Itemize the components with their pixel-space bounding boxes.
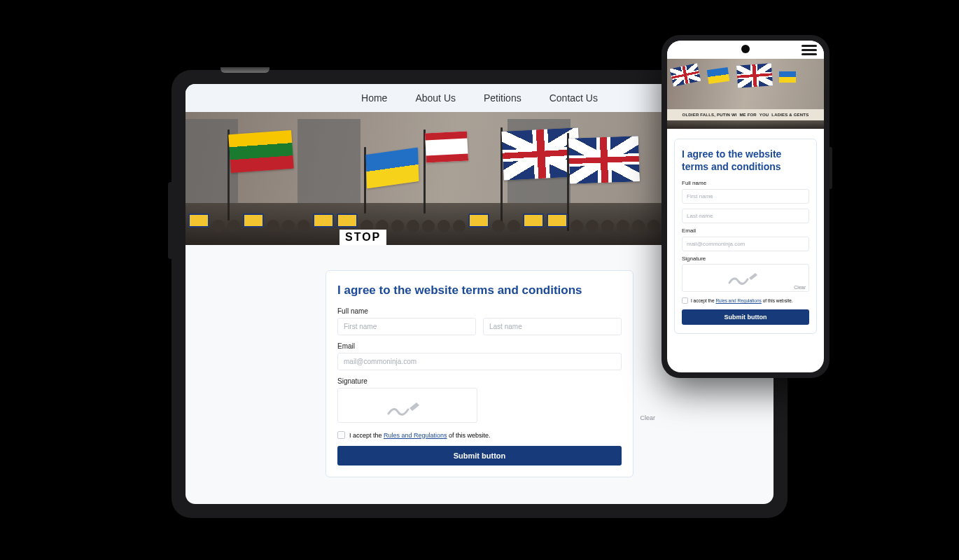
phone-device: OLDIER FALLS, PUTIN WI ME FOR YOU LADIES… bbox=[662, 35, 830, 378]
email-label: Email bbox=[682, 227, 809, 234]
accept-terms-row: I accept the Rules and Regulations of th… bbox=[682, 298, 809, 304]
form-title: I agree to the website terms and conditi… bbox=[337, 284, 622, 298]
flag-uk-icon bbox=[670, 63, 701, 87]
nav-home[interactable]: Home bbox=[361, 92, 387, 104]
protest-banner-text: OLDIER FALLS, PUTIN WI ME FOR YOU LADIES… bbox=[667, 109, 824, 120]
signature-clear-link[interactable]: Clear bbox=[640, 414, 655, 421]
first-name-input[interactable] bbox=[337, 318, 476, 335]
signature-squiggle-icon bbox=[728, 272, 763, 287]
building-window bbox=[298, 119, 360, 203]
hamburger-menu-icon[interactable] bbox=[802, 45, 817, 55]
tablet-side-button bbox=[168, 182, 172, 259]
signature-pad[interactable] bbox=[337, 388, 477, 423]
tablet-top-button bbox=[220, 67, 270, 73]
accept-terms-checkbox[interactable] bbox=[682, 298, 688, 304]
flag-uk-icon bbox=[736, 63, 773, 88]
hero-banner-mobile: OLDIER FALLS, PUTIN WI ME FOR YOU LADIES… bbox=[667, 59, 824, 129]
signature-clear-link[interactable]: Clear bbox=[794, 285, 806, 290]
fullname-label: Full name bbox=[337, 307, 622, 315]
terms-form-card: I agree to the website terms and conditi… bbox=[326, 270, 634, 477]
signature-label: Signature bbox=[337, 377, 622, 385]
submit-button[interactable]: Submit button bbox=[337, 446, 622, 465]
signature-squiggle-icon bbox=[387, 401, 426, 418]
flag-ukraine-icon bbox=[779, 71, 796, 83]
rules-link[interactable]: Rules and Regulations bbox=[384, 432, 447, 439]
submit-button[interactable]: Submit button bbox=[682, 309, 809, 325]
email-label: Email bbox=[337, 342, 622, 350]
stop-sign: STOP bbox=[340, 230, 386, 245]
protest-crowd bbox=[667, 120, 824, 129]
nav-contact[interactable]: Contact Us bbox=[550, 92, 598, 104]
first-name-input[interactable] bbox=[682, 189, 809, 204]
nav-petitions[interactable]: Petitions bbox=[484, 92, 522, 104]
terms-form-card-mobile: I agree to the website terms and conditi… bbox=[674, 139, 817, 334]
email-input[interactable] bbox=[682, 237, 809, 251]
email-input[interactable] bbox=[337, 353, 622, 370]
last-name-input[interactable] bbox=[682, 209, 809, 223]
accept-terms-text: I accept the Rules and Regulations of th… bbox=[691, 298, 793, 303]
accept-terms-row: I accept the Rules and Regulations of th… bbox=[337, 431, 622, 439]
fullname-label: Full name bbox=[682, 180, 809, 186]
signature-pad[interactable]: Clear bbox=[682, 264, 809, 292]
form-title: I agree to the website terms and conditi… bbox=[682, 148, 809, 173]
phone-camera-icon bbox=[741, 45, 750, 53]
phone-screen: OLDIER FALLS, PUTIN WI ME FOR YOU LADIES… bbox=[667, 41, 824, 372]
accept-terms-checkbox[interactable] bbox=[337, 431, 345, 439]
flag-ukraine-icon bbox=[707, 67, 729, 84]
rules-link[interactable]: Rules and Regulations bbox=[715, 298, 761, 303]
nav-about[interactable]: About Us bbox=[415, 92, 456, 104]
signature-label: Signature bbox=[682, 255, 809, 262]
last-name-input[interactable] bbox=[483, 318, 622, 335]
phone-side-button bbox=[830, 147, 832, 189]
accept-terms-text: I accept the Rules and Regulations of th… bbox=[349, 432, 491, 439]
phone-topbar bbox=[667, 41, 824, 59]
